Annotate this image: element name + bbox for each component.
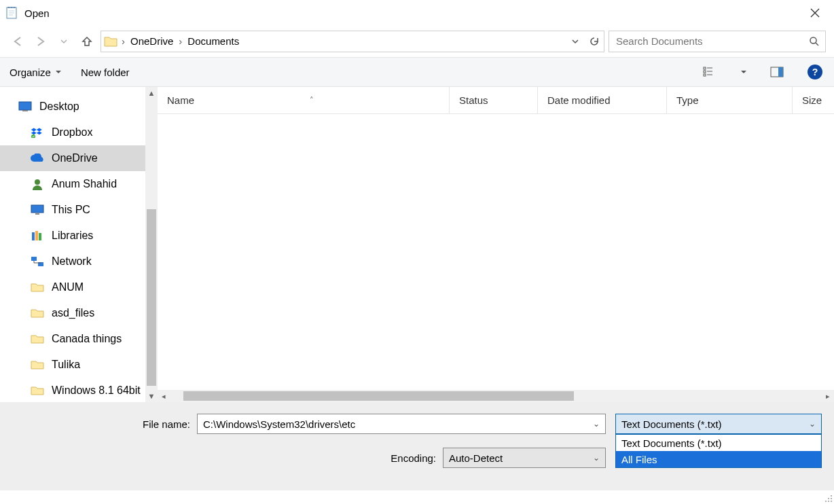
tree-item-folder[interactable]: Tulika: [0, 352, 145, 378]
resize-grip[interactable]: [823, 493, 833, 503]
svg-rect-11: [22, 110, 28, 111]
scroll-thumb[interactable]: [183, 391, 574, 401]
file-list: Name ˄ Status Date modified Type Size ◂ …: [158, 87, 834, 402]
address-bar[interactable]: › OneDrive › Documents: [101, 31, 604, 52]
filetype-option[interactable]: Text Documents (*.txt): [616, 435, 821, 451]
filetype-selected: Text Documents (*.txt): [621, 418, 722, 430]
thispc-icon: [30, 202, 45, 217]
svg-point-24: [825, 501, 827, 502]
filetype-combo[interactable]: Text Documents (*.txt) ⌄: [615, 414, 822, 434]
toolbar: Organize New folder ?: [0, 57, 834, 87]
tree-label: Dropbox: [52, 126, 92, 139]
libraries-icon: [30, 228, 45, 243]
title-bar: Open: [0, 0, 834, 26]
tree-label: OneDrive: [52, 152, 98, 164]
breadcrumb-onedrive[interactable]: OneDrive: [126, 31, 177, 52]
chevron-right-icon: ›: [177, 35, 183, 47]
scroll-right-icon[interactable]: ▸: [822, 392, 834, 401]
tree-label: Windows 8.1 64bit: [52, 384, 141, 397]
svg-point-25: [828, 501, 829, 502]
view-dropdown[interactable]: [739, 62, 748, 82]
col-status[interactable]: Status: [450, 87, 538, 113]
window-title: Open: [24, 7, 50, 19]
scroll-thumb[interactable]: [147, 209, 156, 386]
column-headers: Name ˄ Status Date modified Type Size: [158, 87, 834, 114]
svg-rect-5: [704, 67, 706, 69]
col-size[interactable]: Size: [793, 87, 834, 113]
svg-rect-10: [19, 102, 31, 110]
svg-rect-15: [35, 213, 39, 215]
tree-item-desktop[interactable]: Desktop: [0, 94, 145, 120]
view-mode-button[interactable]: [701, 62, 720, 82]
col-date[interactable]: Date modified: [538, 87, 667, 113]
tree-scrollbar[interactable]: ▲ ▼: [145, 87, 158, 402]
chevron-right-icon: ›: [120, 35, 126, 47]
svg-point-26: [831, 501, 832, 502]
tree-item-folder[interactable]: ANUM: [0, 274, 145, 300]
onedrive-icon: [30, 151, 45, 166]
tree-item-user[interactable]: Anum Shahid: [0, 171, 145, 197]
notepad-icon: [5, 6, 19, 20]
search-box[interactable]: [609, 31, 826, 52]
tree-item-folder[interactable]: Windows 8.1 64bit: [0, 378, 145, 402]
col-name[interactable]: Name ˄: [158, 87, 450, 113]
new-folder-button[interactable]: New folder: [81, 67, 130, 78]
folder-icon: [30, 331, 45, 346]
svg-rect-18: [39, 233, 41, 240]
filename-combo[interactable]: C:\Windows\System32\drivers\etc ⌄: [197, 414, 606, 434]
svg-rect-7: [704, 74, 706, 76]
organize-label: Organize: [10, 67, 51, 78]
nav-up-button[interactable]: [77, 32, 96, 51]
dropbox-icon: [30, 125, 45, 140]
search-icon: [809, 36, 820, 47]
preview-pane-button[interactable]: [767, 62, 786, 82]
tree-label: asd_files: [52, 307, 94, 319]
encoding-value: Auto-Detect: [449, 452, 503, 464]
tree-item-dropbox[interactable]: Dropbox: [0, 120, 145, 145]
close-button[interactable]: [801, 0, 829, 26]
folder-icon: [30, 306, 45, 321]
breadcrumb-documents[interactable]: Documents: [183, 31, 243, 52]
tree-item-onedrive[interactable]: OneDrive: [0, 145, 145, 171]
chevron-down-icon: ⌄: [593, 453, 600, 463]
horizontal-scrollbar[interactable]: ◂ ▸: [158, 390, 834, 402]
scroll-left-icon[interactable]: ◂: [158, 392, 170, 401]
search-input[interactable]: [615, 35, 809, 48]
nav-history-dropdown[interactable]: [54, 32, 73, 51]
tree-item-thispc[interactable]: This PC: [0, 197, 145, 223]
tree-item-libraries[interactable]: Libraries: [0, 223, 145, 249]
refresh-button[interactable]: [585, 31, 604, 52]
tree-label: Desktop: [39, 101, 79, 113]
organize-menu[interactable]: Organize: [10, 67, 62, 78]
svg-point-3: [14, 7, 15, 8]
scroll-up-icon[interactable]: ▲: [145, 87, 158, 99]
nav-back-button[interactable]: [8, 32, 27, 51]
svg-point-2: [11, 7, 12, 8]
nav-forward-button[interactable]: [31, 32, 50, 51]
col-type[interactable]: Type: [667, 87, 793, 113]
tree-label: Network: [52, 255, 92, 268]
filetype-option[interactable]: All Files: [616, 451, 821, 467]
encoding-combo[interactable]: Auto-Detect ⌄: [443, 448, 606, 468]
encoding-label: Encoding:: [254, 452, 443, 464]
help-button[interactable]: ?: [805, 62, 824, 82]
scroll-down-icon[interactable]: ▼: [145, 390, 158, 402]
tree-item-folder[interactable]: asd_files: [0, 300, 145, 326]
filename-value: C:\Windows\System32\drivers\etc: [203, 418, 355, 430]
svg-rect-16: [32, 232, 35, 240]
chevron-down-icon: ⌄: [809, 419, 816, 429]
svg-point-12: [31, 134, 35, 138]
filename-label: File name:: [10, 418, 197, 430]
tree-label: Libraries: [52, 230, 93, 242]
help-icon: ?: [808, 65, 822, 79]
content-area: Desktop Dropbox OneDrive Anum Shahid Thi…: [0, 87, 834, 402]
footer: File name: C:\Windows\System32\drivers\e…: [0, 402, 834, 490]
tree-item-network[interactable]: Network: [0, 249, 145, 274]
address-dropdown[interactable]: [566, 31, 585, 52]
svg-point-13: [35, 179, 40, 185]
tree-label: Anum Shahid: [52, 178, 117, 190]
tree-item-folder[interactable]: Canada things: [0, 326, 145, 352]
svg-rect-19: [31, 257, 37, 261]
svg-point-23: [831, 498, 832, 499]
folder-icon: [101, 32, 120, 51]
